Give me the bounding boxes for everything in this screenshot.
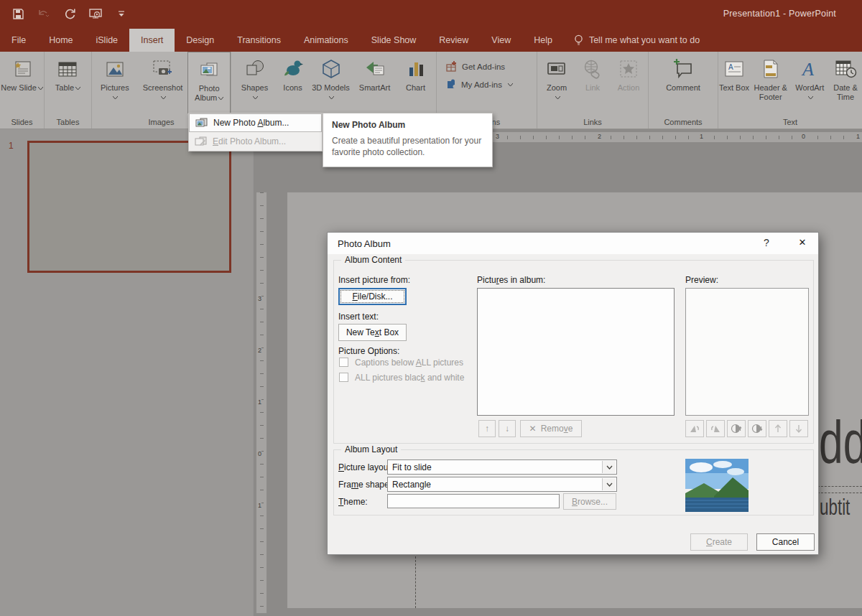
header-footer-icon [759, 57, 782, 81]
smartart-button[interactable]: SmartArt [353, 52, 397, 113]
tab-islide[interactable]: iSlide [85, 29, 130, 52]
header-footer-button[interactable]: Header & Footer [751, 52, 790, 113]
chart-button[interactable]: Chart [398, 52, 434, 113]
increase-brightness-icon [773, 424, 783, 434]
3d-models-button[interactable]: 3D Models [310, 52, 352, 113]
slide-1-thumbnail[interactable] [27, 141, 231, 273]
photo-album-button[interactable]: Photo Album [187, 52, 231, 113]
dialog-help-button[interactable]: ? [759, 237, 774, 251]
powerpoint-window: Presentation1 - PowerPoint File Home iSl… [0, 0, 862, 616]
theme-label: Theme: [338, 497, 368, 507]
dialog-title-bar[interactable]: Photo Album ? ✕ [328, 233, 818, 254]
icons-icon [282, 57, 305, 81]
tab-design[interactable]: Design [175, 29, 226, 52]
new-slide-icon [11, 57, 34, 81]
chevron-down-icon [329, 96, 334, 100]
wordart-button[interactable]: A WordArt [791, 52, 828, 113]
new-photo-album-tooltip: New Photo Album Create a beautiful prese… [323, 113, 493, 167]
new-photo-album-icon [195, 118, 208, 129]
group-tables: Table Tables [45, 52, 92, 129]
frame-shape-select[interactable]: Rectangle [387, 477, 617, 492]
insert-picture-from-label: Insert picture from: [338, 275, 410, 285]
icons-button[interactable]: Icons [277, 52, 310, 113]
customize-qat-icon [118, 11, 125, 17]
tab-file[interactable]: File [0, 29, 37, 52]
photo-album-dialog: Photo Album ? ✕ Album Content Insert pic… [327, 232, 819, 555]
shapes-icon [244, 57, 267, 81]
dialog-close-button[interactable]: ✕ [793, 237, 812, 251]
tooltip-body: Create a beautiful presentation for your… [332, 135, 483, 158]
chevron-down-icon [38, 87, 43, 90]
group-label-tables: Tables [45, 118, 91, 126]
tab-slide-show[interactable]: Slide Show [360, 29, 428, 52]
get-add-ins-button[interactable]: Get Add-ins [445, 60, 537, 73]
combo-chevron-icon[interactable] [602, 461, 616, 473]
decrease-contrast-button [748, 420, 766, 437]
slide-thumbnail-panel: 1 [0, 129, 254, 616]
tell-me-label: Tell me what you want to do [589, 35, 700, 45]
increase-brightness-button [769, 420, 787, 437]
rotate-left-icon [689, 424, 700, 434]
cancel-button[interactable]: Cancel [756, 533, 815, 551]
quick-access-toolbar [10, 6, 129, 22]
shapes-button[interactable]: Shapes [234, 52, 276, 113]
file-disk-button[interactable]: File/Disk... [338, 288, 407, 305]
tab-view[interactable]: View [480, 29, 522, 52]
tab-home[interactable]: Home [37, 29, 84, 52]
menu-item-new-photo-album[interactable]: New Photo Album... [189, 113, 322, 132]
placeholder-border [817, 486, 862, 487]
pictures-button[interactable]: Pictures [92, 52, 138, 113]
increase-contrast-button [727, 420, 746, 437]
my-add-ins-button[interactable]: My Add-ins [445, 79, 537, 90]
text-box-button[interactable]: A Text Box [718, 52, 750, 113]
tab-transitions[interactable]: Transitions [226, 29, 292, 52]
captions-checkbox-label: Captions below ALL pictures [355, 358, 463, 368]
preview-label: Preview: [685, 275, 718, 285]
save-button[interactable] [10, 6, 26, 22]
photo-album-icon [198, 57, 221, 82]
chevron-down-icon [808, 96, 813, 100]
menu-item-label: Edit Photo Album... [213, 136, 286, 146]
increase-contrast-icon [731, 424, 742, 434]
combo-chevron-icon[interactable] [602, 478, 616, 490]
tell-me-box[interactable]: Tell me what you want to do [574, 29, 700, 52]
new-text-box-button[interactable]: New Text Box [338, 324, 407, 341]
pictures-in-album-listbox[interactable] [477, 288, 675, 416]
3d-models-icon [320, 57, 343, 81]
new-slide-button[interactable]: New Slide [1, 52, 43, 113]
vertical-ruler[interactable]: 3 2 1 0 1 [256, 192, 267, 613]
tab-review[interactable]: Review [427, 29, 480, 52]
zoom-link-icon [545, 57, 568, 81]
date-time-button[interactable]: Date & Time [829, 52, 862, 113]
group-links: Zoom Link Action Links [537, 52, 649, 129]
album-layout-legend: Album Layout [341, 444, 401, 454]
tab-insert[interactable]: Insert [129, 29, 175, 52]
zoom-button[interactable]: Zoom [538, 52, 575, 113]
tab-help[interactable]: Help [522, 29, 564, 52]
text-box-icon: A [723, 57, 746, 81]
group-label-slides: Slides [0, 118, 44, 126]
redo-button[interactable] [62, 6, 78, 22]
preview-box [685, 288, 809, 416]
chevron-down-icon [113, 96, 118, 100]
group-label-comments: Comments [649, 118, 718, 126]
pictures-icon [103, 57, 126, 81]
date-time-icon [834, 57, 857, 81]
window-title: Presentation1 - PowerPoint [723, 9, 836, 19]
tab-animations[interactable]: Animations [292, 29, 360, 52]
comment-button[interactable]: Comment [658, 52, 708, 113]
rotate-right-button [706, 420, 725, 437]
captions-checkbox [339, 358, 348, 367]
group-slides: New Slide Slides [0, 52, 45, 129]
menu-item-label: New Photo Album... [213, 118, 289, 128]
screenshot-button[interactable]: Screenshot [139, 52, 187, 113]
table-button[interactable]: Table [55, 52, 80, 113]
customize-qat-button[interactable] [113, 6, 129, 22]
picture-layout-select[interactable]: Fit to slide [387, 459, 617, 475]
undo-button [36, 6, 52, 22]
theme-input[interactable] [387, 494, 560, 508]
chevron-down-icon [75, 87, 80, 90]
photo-album-dropdown-menu: New Photo Album... Edit Photo Album... [188, 113, 323, 151]
group-label-text: Text [718, 118, 862, 126]
start-slideshow-button[interactable] [88, 6, 103, 22]
